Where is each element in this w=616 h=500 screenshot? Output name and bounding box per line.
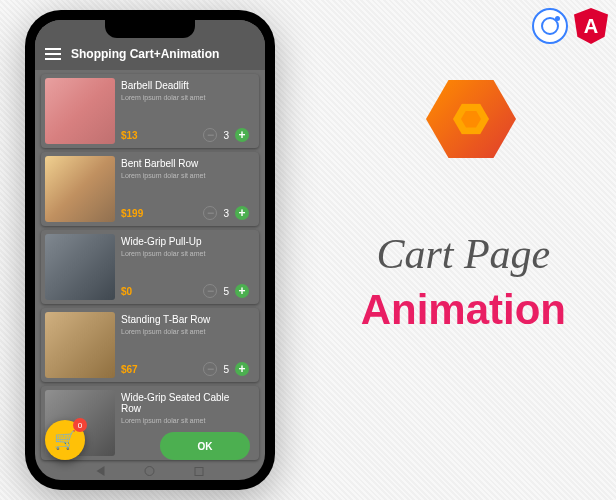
home-nav-icon[interactable]	[145, 466, 155, 476]
item-price: $13	[121, 130, 138, 141]
cart-badge: 0	[73, 418, 87, 432]
plus-button[interactable]: +	[235, 284, 249, 298]
page-title: Shopping Cart+Animation	[71, 47, 219, 61]
minus-button[interactable]: −	[203, 206, 217, 220]
item-price: $67	[121, 364, 138, 375]
item-desc: Lorem ipsum dolar sit amet	[121, 417, 249, 424]
qty-value: 3	[223, 130, 229, 141]
cart-icon: 🛒	[54, 429, 76, 451]
phone-screen: Shopping Cart+Animation Barbell Deadlift…	[35, 20, 265, 480]
promo-line-1: Cart Page	[361, 230, 566, 278]
qty-value: 5	[223, 286, 229, 297]
item-image	[45, 234, 115, 300]
hexagon-logo	[426, 80, 516, 170]
recent-nav-icon[interactable]	[195, 467, 204, 476]
item-image	[45, 156, 115, 222]
item-desc: Lorem ipsum dolar sit amet	[121, 94, 249, 101]
plus-button[interactable]: +	[235, 362, 249, 376]
qty-value: 5	[223, 364, 229, 375]
item-title: Wide-Grip Pull-Up	[121, 236, 249, 247]
qty-controls: − 5 +	[203, 284, 249, 298]
menu-icon[interactable]	[45, 48, 61, 60]
item-desc: Lorem ipsum dolar sit amet	[121, 172, 249, 179]
cart-list[interactable]: Barbell Deadlift Lorem ipsum dolar sit a…	[35, 70, 265, 480]
item-title: Barbell Deadlift	[121, 80, 249, 91]
qty-value: 3	[223, 208, 229, 219]
app-header: Shopping Cart+Animation	[35, 38, 265, 70]
android-nav-bar	[97, 466, 204, 476]
item-image	[45, 78, 115, 144]
ionic-icon	[532, 8, 568, 44]
qty-controls: − 5 +	[203, 362, 249, 376]
cart-item: Bent Barbell Row Lorem ipsum dolar sit a…	[41, 152, 259, 226]
item-title: Wide-Grip Seated Cable Row	[121, 392, 249, 414]
cart-item: Standing T-Bar Row Lorem ipsum dolar sit…	[41, 308, 259, 382]
minus-button[interactable]: −	[203, 284, 217, 298]
item-price: $0	[121, 286, 132, 297]
item-image	[45, 312, 115, 378]
plus-button[interactable]: +	[235, 206, 249, 220]
item-price: $199	[121, 208, 143, 219]
item-desc: Lorem ipsum dolar sit amet	[121, 328, 249, 335]
promo-line-2: Animation	[361, 286, 566, 334]
qty-controls: − 3 +	[203, 128, 249, 142]
tech-badges: A	[532, 8, 608, 44]
qty-controls: − 3 +	[203, 206, 249, 220]
ok-button[interactable]: OK	[160, 432, 250, 460]
minus-button[interactable]: −	[203, 128, 217, 142]
cart-item: Barbell Deadlift Lorem ipsum dolar sit a…	[41, 74, 259, 148]
back-nav-icon[interactable]	[97, 466, 105, 476]
minus-button[interactable]: −	[203, 362, 217, 376]
phone-frame: Shopping Cart+Animation Barbell Deadlift…	[25, 10, 275, 490]
cart-fab-button[interactable]: 🛒 0	[45, 420, 85, 460]
plus-button[interactable]: +	[235, 128, 249, 142]
item-desc: Lorem ipsum dolar sit amet	[121, 250, 249, 257]
phone-notch	[105, 20, 195, 38]
promo-title: Cart Page Animation	[361, 230, 566, 334]
item-title: Bent Barbell Row	[121, 158, 249, 169]
cart-item: Wide-Grip Pull-Up Lorem ipsum dolar sit …	[41, 230, 259, 304]
angular-icon: A	[574, 8, 608, 44]
item-title: Standing T-Bar Row	[121, 314, 249, 325]
